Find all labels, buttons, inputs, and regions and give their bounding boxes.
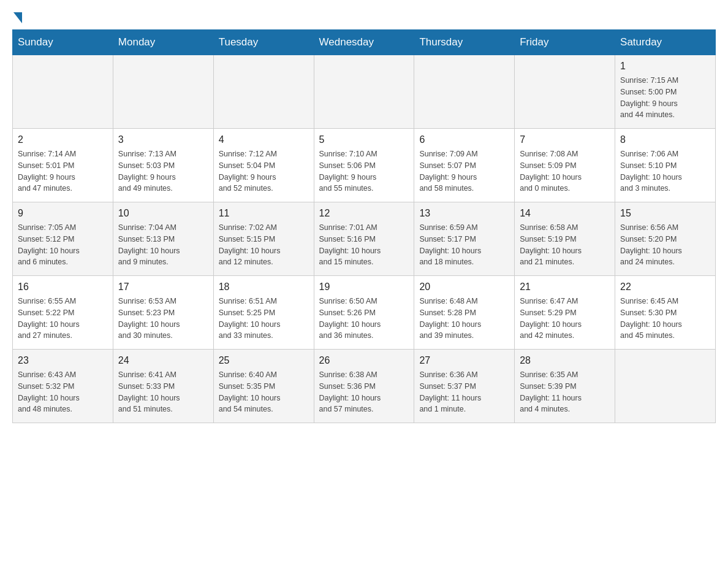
day-info: Sunrise: 7:13 AM Sunset: 5:03 PM Dayligh…	[118, 148, 208, 194]
calendar-week-row: 2Sunrise: 7:14 AM Sunset: 5:01 PM Daylig…	[13, 129, 716, 202]
day-number: 21	[520, 280, 610, 294]
day-info: Sunrise: 7:15 AM Sunset: 5:00 PM Dayligh…	[620, 75, 710, 121]
calendar-cell: 12Sunrise: 7:01 AM Sunset: 5:16 PM Dayli…	[314, 202, 414, 276]
day-number: 15	[620, 206, 710, 221]
day-number: 9	[18, 206, 108, 221]
calendar-cell: 2Sunrise: 7:14 AM Sunset: 5:01 PM Daylig…	[13, 129, 113, 202]
day-info: Sunrise: 6:41 AM Sunset: 5:33 PM Dayligh…	[118, 369, 208, 415]
day-header-friday: Friday	[515, 30, 615, 55]
day-info: Sunrise: 6:58 AM Sunset: 5:19 PM Dayligh…	[520, 222, 610, 268]
day-header-tuesday: Tuesday	[213, 30, 314, 55]
calendar-cell: 16Sunrise: 6:55 AM Sunset: 5:22 PM Dayli…	[13, 276, 113, 350]
calendar-cell: 21Sunrise: 6:47 AM Sunset: 5:29 PM Dayli…	[515, 276, 615, 350]
day-number: 22	[620, 280, 710, 294]
day-header-monday: Monday	[113, 30, 213, 55]
day-info: Sunrise: 7:09 AM Sunset: 5:07 PM Dayligh…	[419, 148, 509, 194]
calendar-cell	[13, 55, 113, 129]
calendar-week-row: 23Sunrise: 6:43 AM Sunset: 5:32 PM Dayli…	[13, 350, 716, 423]
day-info: Sunrise: 6:48 AM Sunset: 5:28 PM Dayligh…	[419, 296, 509, 342]
day-number: 8	[620, 132, 710, 147]
day-number: 28	[520, 353, 610, 368]
day-number: 7	[520, 132, 610, 147]
calendar-cell: 26Sunrise: 6:38 AM Sunset: 5:36 PM Dayli…	[314, 350, 414, 423]
day-header-wednesday: Wednesday	[314, 30, 414, 55]
day-number: 14	[520, 206, 610, 221]
logo	[12, 12, 23, 23]
calendar-cell: 3Sunrise: 7:13 AM Sunset: 5:03 PM Daylig…	[113, 129, 213, 202]
day-number: 12	[319, 206, 409, 221]
calendar-cell	[615, 350, 716, 423]
day-info: Sunrise: 6:38 AM Sunset: 5:36 PM Dayligh…	[319, 369, 409, 415]
day-number: 5	[319, 132, 409, 147]
day-number: 3	[118, 132, 208, 147]
calendar-cell: 5Sunrise: 7:10 AM Sunset: 5:06 PM Daylig…	[314, 129, 414, 202]
calendar-cell: 7Sunrise: 7:08 AM Sunset: 5:09 PM Daylig…	[515, 129, 615, 202]
logo-triangle-icon	[13, 12, 22, 23]
day-number: 24	[118, 353, 208, 368]
calendar-cell: 6Sunrise: 7:09 AM Sunset: 5:07 PM Daylig…	[414, 129, 515, 202]
calendar-cell: 18Sunrise: 6:51 AM Sunset: 5:25 PM Dayli…	[213, 276, 314, 350]
day-info: Sunrise: 6:40 AM Sunset: 5:35 PM Dayligh…	[219, 369, 309, 415]
day-info: Sunrise: 7:04 AM Sunset: 5:13 PM Dayligh…	[118, 222, 208, 268]
calendar-cell: 8Sunrise: 7:06 AM Sunset: 5:10 PM Daylig…	[615, 129, 716, 202]
calendar-table: SundayMondayTuesdayWednesdayThursdayFrid…	[12, 29, 716, 423]
day-number: 13	[419, 206, 509, 221]
calendar-cell: 14Sunrise: 6:58 AM Sunset: 5:19 PM Dayli…	[515, 202, 615, 276]
calendar-cell: 24Sunrise: 6:41 AM Sunset: 5:33 PM Dayli…	[113, 350, 213, 423]
day-info: Sunrise: 6:50 AM Sunset: 5:26 PM Dayligh…	[319, 296, 409, 342]
calendar-cell: 19Sunrise: 6:50 AM Sunset: 5:26 PM Dayli…	[314, 276, 414, 350]
calendar-cell	[113, 55, 213, 129]
calendar-cell: 20Sunrise: 6:48 AM Sunset: 5:28 PM Dayli…	[414, 276, 515, 350]
day-info: Sunrise: 7:14 AM Sunset: 5:01 PM Dayligh…	[18, 148, 108, 194]
day-info: Sunrise: 7:05 AM Sunset: 5:12 PM Dayligh…	[18, 222, 108, 268]
day-info: Sunrise: 7:08 AM Sunset: 5:09 PM Dayligh…	[520, 148, 610, 194]
calendar-cell: 9Sunrise: 7:05 AM Sunset: 5:12 PM Daylig…	[13, 202, 113, 276]
day-number: 2	[18, 132, 108, 147]
day-info: Sunrise: 6:47 AM Sunset: 5:29 PM Dayligh…	[520, 296, 610, 342]
day-number: 10	[118, 206, 208, 221]
day-info: Sunrise: 7:12 AM Sunset: 5:04 PM Dayligh…	[219, 148, 309, 194]
page-header	[12, 12, 716, 23]
day-info: Sunrise: 6:55 AM Sunset: 5:22 PM Dayligh…	[18, 296, 108, 342]
calendar-week-row: 16Sunrise: 6:55 AM Sunset: 5:22 PM Dayli…	[13, 276, 716, 350]
day-header-sunday: Sunday	[13, 30, 113, 55]
day-info: Sunrise: 7:01 AM Sunset: 5:16 PM Dayligh…	[319, 222, 409, 268]
day-header-row: SundayMondayTuesdayWednesdayThursdayFrid…	[13, 30, 716, 55]
day-info: Sunrise: 6:45 AM Sunset: 5:30 PM Dayligh…	[620, 296, 710, 342]
calendar-cell	[414, 55, 515, 129]
day-info: Sunrise: 7:10 AM Sunset: 5:06 PM Dayligh…	[319, 148, 409, 194]
calendar-cell	[515, 55, 615, 129]
calendar-cell: 11Sunrise: 7:02 AM Sunset: 5:15 PM Dayli…	[213, 202, 314, 276]
day-info: Sunrise: 6:51 AM Sunset: 5:25 PM Dayligh…	[219, 296, 309, 342]
calendar-cell: 28Sunrise: 6:35 AM Sunset: 5:39 PM Dayli…	[515, 350, 615, 423]
calendar-cell	[314, 55, 414, 129]
day-header-thursday: Thursday	[414, 30, 515, 55]
calendar-week-row: 9Sunrise: 7:05 AM Sunset: 5:12 PM Daylig…	[13, 202, 716, 276]
day-number: 17	[118, 280, 208, 294]
calendar-cell: 1Sunrise: 7:15 AM Sunset: 5:00 PM Daylig…	[615, 55, 716, 129]
day-number: 27	[419, 353, 509, 368]
day-number: 4	[219, 132, 309, 147]
day-number: 1	[620, 59, 710, 74]
calendar-cell: 13Sunrise: 6:59 AM Sunset: 5:17 PM Dayli…	[414, 202, 515, 276]
calendar-cell	[213, 55, 314, 129]
day-number: 18	[219, 280, 309, 294]
day-number: 23	[18, 353, 108, 368]
calendar-cell: 17Sunrise: 6:53 AM Sunset: 5:23 PM Dayli…	[113, 276, 213, 350]
calendar-cell: 27Sunrise: 6:36 AM Sunset: 5:37 PM Dayli…	[414, 350, 515, 423]
day-info: Sunrise: 6:36 AM Sunset: 5:37 PM Dayligh…	[419, 369, 509, 415]
day-info: Sunrise: 6:43 AM Sunset: 5:32 PM Dayligh…	[18, 369, 108, 415]
calendar-cell: 15Sunrise: 6:56 AM Sunset: 5:20 PM Dayli…	[615, 202, 716, 276]
day-number: 19	[319, 280, 409, 294]
day-info: Sunrise: 6:59 AM Sunset: 5:17 PM Dayligh…	[419, 222, 509, 268]
day-number: 25	[219, 353, 309, 368]
day-number: 16	[18, 280, 108, 294]
calendar-cell: 22Sunrise: 6:45 AM Sunset: 5:30 PM Dayli…	[615, 276, 716, 350]
calendar-week-row: 1Sunrise: 7:15 AM Sunset: 5:00 PM Daylig…	[13, 55, 716, 129]
day-info: Sunrise: 6:56 AM Sunset: 5:20 PM Dayligh…	[620, 222, 710, 268]
day-info: Sunrise: 7:02 AM Sunset: 5:15 PM Dayligh…	[219, 222, 309, 268]
day-number: 26	[319, 353, 409, 368]
calendar-cell: 10Sunrise: 7:04 AM Sunset: 5:13 PM Dayli…	[113, 202, 213, 276]
day-info: Sunrise: 7:06 AM Sunset: 5:10 PM Dayligh…	[620, 148, 710, 194]
day-info: Sunrise: 6:35 AM Sunset: 5:39 PM Dayligh…	[520, 369, 610, 415]
